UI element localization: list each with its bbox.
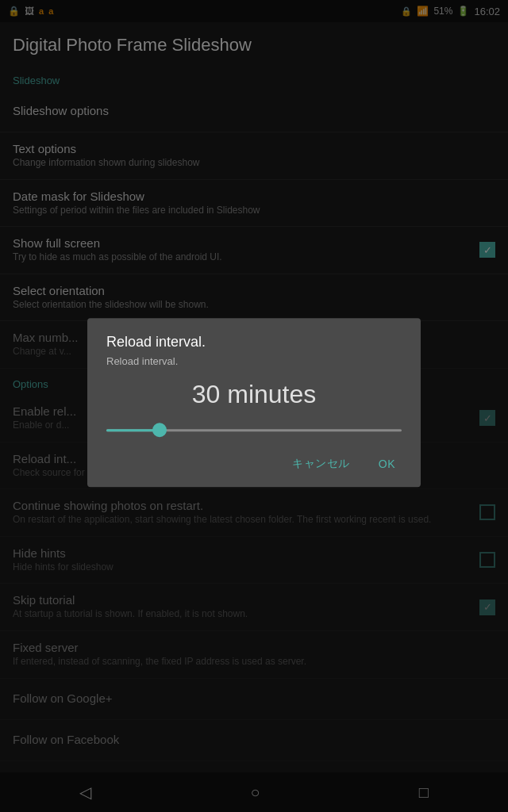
slider-container[interactable] <box>106 422 402 438</box>
ok-button[interactable]: OK <box>372 454 402 474</box>
slider-thumb[interactable] <box>152 423 167 437</box>
dialog-subtitle: Reload interval. <box>106 355 402 367</box>
cancel-button[interactable]: キャンセル <box>286 454 356 474</box>
dialog-value: 30 minutes <box>106 380 402 409</box>
slider-track <box>106 429 402 431</box>
dialog-title: Reload interval. <box>106 334 402 350</box>
dialog-buttons: キャンセル OK <box>106 454 402 474</box>
slider-fill <box>106 429 160 431</box>
reload-interval-dialog: Reload interval. Reload interval. 30 min… <box>87 318 421 487</box>
